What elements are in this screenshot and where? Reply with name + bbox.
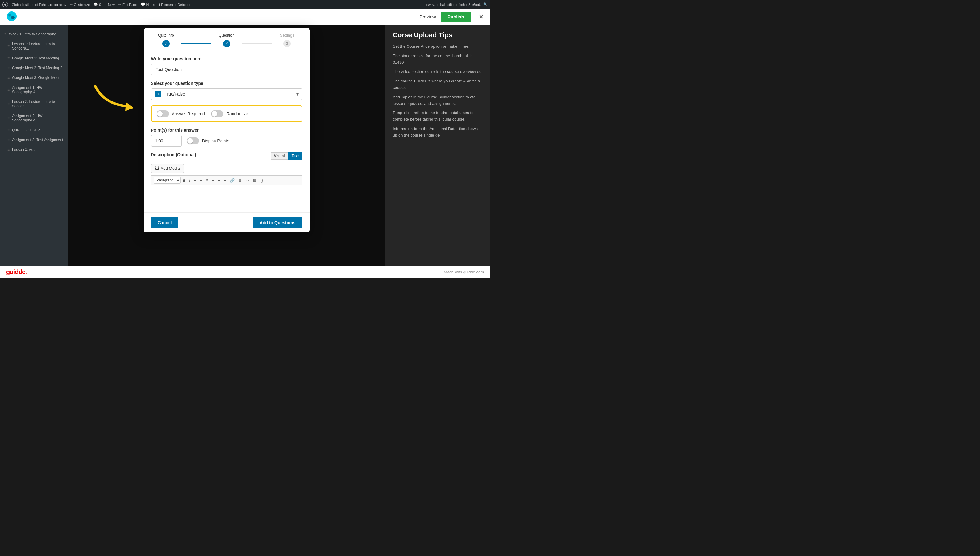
left-sidebar: ≡ Week 1: Intro to Sonography ≡ Lesson 1… (0, 25, 68, 266)
customize-item[interactable]: ✏ Customize (70, 2, 90, 6)
question-input[interactable] (151, 64, 302, 75)
align-right-button[interactable]: ≡ (222, 177, 228, 184)
customize-label: Customize (74, 3, 90, 6)
sidebar-item-assign2[interactable]: ≡ Assignment 2: HW: Sonography &... (0, 111, 68, 125)
elementor-debugger-item[interactable]: ℹ Elementor Debugger (159, 2, 192, 6)
align-center-button[interactable]: ≡ (216, 177, 222, 184)
center-content: Quiz Info ✓ Question ✓ Settings 3 (68, 25, 385, 266)
site-name-item[interactable]: Global Institute of Echocardiography (12, 3, 66, 6)
search-icon: 🔍 (483, 2, 488, 6)
right-sidebar-title: Corse Upload Tips (393, 31, 483, 39)
randomize-label: Randomize (226, 112, 248, 116)
sidebar-item-meet2[interactable]: ≡ Google Meet 2: Test Meeting 2 (0, 63, 68, 73)
sidebar-item-quiz1[interactable]: ≡ Quiz 1: Test Quiz (0, 125, 68, 135)
editor-area[interactable] (151, 185, 302, 206)
title-text: rse Upload Tips (402, 31, 453, 39)
edit-page-item[interactable]: ✏ Edit Page (118, 2, 137, 6)
tip-2: The standard size for the course thumbna… (393, 53, 483, 66)
sidebar-item-label: Assignment 2: HW: Sonography &... (12, 114, 63, 123)
svg-marker-5 (126, 102, 134, 111)
close-button[interactable]: ✕ (478, 13, 484, 21)
points-label: Point(s) for this answer (151, 128, 302, 133)
text-tab[interactable]: Text (288, 152, 302, 160)
sidebar-item-lesson3[interactable]: ≡ Lesson 3: Add (0, 145, 68, 155)
made-with-text: Made with guidde.com (444, 270, 484, 274)
elementor-debugger-label: Elementor Debugger (161, 3, 192, 6)
main-content: ≡ Week 1: Intro to Sonography ≡ Lesson 1… (0, 25, 490, 266)
sidebar-item-meet1[interactable]: ≡ Google Meet 1: Test Meeting (0, 53, 68, 63)
sidebar-item-label: Lesson 2: Lecture: Intro to Sonogr... (12, 100, 63, 108)
code-button[interactable]: {} (259, 177, 265, 184)
publish-button[interactable]: Publish (441, 12, 471, 22)
modal-footer: Cancel Add to Questions (144, 212, 310, 233)
sidebar-item-label: Google Meet 1: Test Meeting (12, 56, 59, 60)
sidebar-item-assign1[interactable]: ≡ Assignment 1: HW: Sonography &... (0, 83, 68, 97)
unordered-list-button[interactable]: ≡ (192, 177, 198, 184)
site-name: Global Institute of Echocardiography (12, 3, 66, 6)
modal-dialog: Quiz Info ✓ Question ✓ Settings 3 (144, 28, 310, 233)
edit-page-label: Edit Page (123, 3, 137, 6)
description-text: Description (Optional) (151, 152, 196, 157)
bold-button[interactable]: B (181, 177, 187, 184)
bottom-bar: guidde. Made with guidde.com (0, 266, 490, 278)
sidebar-item-assign3[interactable]: ≡ Assignment 3: Test Assignment (0, 135, 68, 145)
answer-required-toggle-item: Answer Required (157, 110, 205, 117)
wizard-step-quizinfo: Quiz Info ✓ (151, 33, 181, 47)
svg-point-1 (4, 4, 6, 5)
grid-button[interactable]: ⊞ (252, 177, 258, 184)
randomize-toggle[interactable] (211, 110, 223, 117)
admin-bar: Global Institute of Echocardiography ✏ C… (0, 0, 490, 9)
guidde-logo: guidde. (6, 268, 27, 276)
align-left-button[interactable]: ≡ (210, 177, 216, 184)
title-prefix: Co (393, 31, 402, 39)
wizard-steps: Quiz Info ✓ Question ✓ Settings 3 (144, 28, 310, 51)
points-row: Display Points (151, 135, 302, 147)
visual-tab[interactable]: Visual (271, 152, 288, 160)
drag-icon: ≡ (7, 102, 10, 106)
italic-button[interactable]: I (188, 177, 192, 184)
notes-item[interactable]: 💬 Notes (141, 2, 155, 6)
table-button[interactable]: ⊞ (237, 177, 243, 184)
points-input[interactable] (151, 135, 182, 147)
fullscreen-button[interactable]: ↔ (244, 177, 251, 184)
drag-icon: ≡ (7, 128, 10, 132)
tip-1: Set the Course Price option or make it f… (393, 44, 483, 50)
info-icon: ℹ (159, 2, 160, 6)
howdy-item[interactable]: Howdy, globalinstituteofecho_8m6pq6 (424, 3, 481, 6)
top-header: Preview Publish ✕ (0, 9, 490, 25)
wordpress-icon (2, 2, 8, 7)
tip-6: Prequisites refers to the fundamental ur… (393, 110, 483, 123)
step-question-circle: ✓ (223, 40, 230, 47)
sidebar-item-meet3[interactable]: ≡ Google Meet 3: Google Meet... (0, 73, 68, 83)
wp-logo-item[interactable] (2, 2, 8, 7)
paragraph-select[interactable]: Paragraph (154, 177, 181, 184)
sidebar-item-label: Lesson 1: Lecture: Intro to Sonogra... (12, 42, 63, 50)
ordered-list-button[interactable]: ≡ (198, 177, 204, 184)
preview-button[interactable]: Preview (419, 14, 435, 19)
tip-3: The video section controls the course ov… (393, 69, 483, 75)
sidebar-item-lesson1[interactable]: ≡ Lesson 1: Lecture: Intro to Sonogra... (0, 39, 68, 53)
new-item[interactable]: + New (105, 3, 115, 6)
add-media-button[interactable]: 🖼 Add Media (151, 164, 184, 173)
sidebar-item-lesson2[interactable]: ≡ Lesson 2: Lecture: Intro to Sonogr... (0, 97, 68, 111)
view-tabs: Visual Text (271, 152, 302, 160)
description-label: Description (Optional) Visual Text (151, 152, 302, 162)
trueFalse-icon: TF (155, 91, 162, 97)
answer-required-toggle[interactable] (157, 110, 169, 117)
link-button[interactable]: 🔗 (228, 177, 236, 184)
steps-connector-2 (242, 43, 272, 44)
display-points-toggle[interactable] (187, 137, 199, 144)
search-item[interactable]: 🔍 (483, 2, 488, 6)
add-media-label: Add Media (161, 166, 180, 171)
cancel-button[interactable]: Cancel (151, 217, 179, 228)
blockquote-button[interactable]: ❝ (205, 177, 210, 184)
sidebar-item-week1[interactable]: ≡ Week 1: Intro to Sonography (0, 29, 68, 39)
add-to-questions-button[interactable]: Add to Questions (253, 217, 302, 228)
notes-label: Notes (146, 3, 155, 6)
step-settings-label: Settings (280, 33, 294, 37)
svg-point-3 (8, 13, 11, 16)
wizard-step-question: Question ✓ (211, 33, 241, 47)
drag-icon: ≡ (7, 148, 10, 152)
question-type-select[interactable]: True/False Multiple Choice Essay (151, 88, 302, 100)
comments-item[interactable]: 💬 0 (94, 2, 101, 6)
